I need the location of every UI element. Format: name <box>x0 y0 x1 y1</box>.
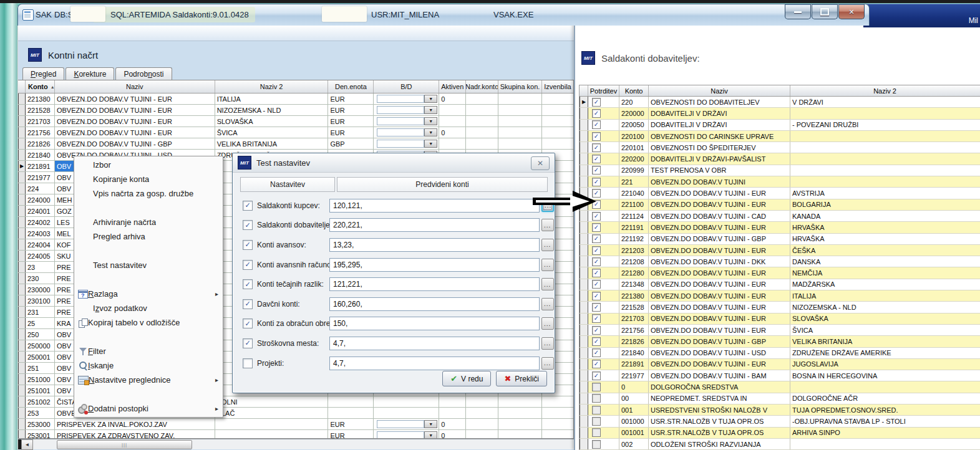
menubar-item[interactable] <box>92 31 105 36</box>
confirm-checkbox[interactable]: ✓ <box>592 178 601 186</box>
table-row[interactable]: ▶ ✓ 220000 DOBAVITELJI V DRŽAVI <box>580 108 980 119</box>
header-konto[interactable]: Konto▲ <box>26 80 55 93</box>
row-selector[interactable]: ▶ <box>18 408 26 418</box>
row-selector[interactable]: ▶ <box>580 302 588 312</box>
scrollbar-thumb[interactable]: ||| <box>57 440 192 449</box>
table-row[interactable]: ▶ ✓ 221124 OBVEZN.DO DOBAV.V TUJINI - CA… <box>580 211 980 222</box>
confirm-checkbox[interactable]: ✓ <box>592 417 601 426</box>
setting-checkbox[interactable]: ✓ <box>243 240 253 250</box>
row-selector[interactable]: ▶ <box>18 161 26 171</box>
table-row[interactable]: ▶ ✓ 221528 OBVEZN.DO DOBAV.V TUJINI - EU… <box>580 302 980 313</box>
setting-checkbox[interactable]: ✓ <box>243 338 253 348</box>
row-selector[interactable]: ▶ <box>580 267 588 278</box>
row-selector[interactable]: ▶ <box>580 405 588 415</box>
confirm-checkbox[interactable]: ✓ <box>592 246 601 255</box>
setting-checkbox[interactable]: ✓ <box>243 299 253 309</box>
table-row[interactable]: ▶ ✓ 001000 USR.STR.NALOŽB V TUJA OPR.OS … <box>580 416 980 427</box>
browse-button[interactable]: ... <box>541 357 554 370</box>
konti-input[interactable]: 220,221, <box>329 218 540 232</box>
row-selector[interactable]: ▶ <box>18 194 26 205</box>
header-den-enota[interactable]: Den.enota <box>328 80 374 93</box>
context-menu-item[interactable]: Nastavitve preglednice ▸ <box>74 373 223 387</box>
table-row[interactable]: ▶ ✓ 221380 OBVEZN.DO DOBAV.V TUJINI - EU… <box>580 290 980 302</box>
browse-button[interactable]: ... <box>541 239 554 251</box>
row-selector[interactable]: ▶ <box>18 150 26 160</box>
row-selector[interactable]: ▶ <box>580 314 588 324</box>
menubar-item[interactable] <box>105 31 119 36</box>
row-selector[interactable]: ▶ <box>580 142 588 153</box>
table-row[interactable]: ▶ 253000 PRISPEVEK ZA INVAL.POKOJ.ZAV EU… <box>18 419 573 430</box>
konti-input[interactable]: 13,23, <box>329 238 540 252</box>
menubar-item[interactable] <box>578 25 591 30</box>
row-selector[interactable]: ▶ <box>18 127 26 138</box>
table-row[interactable]: ▶ ✓ 221977 OBVEZN.DO DOBAV.V TUJINI - BA… <box>580 370 980 381</box>
confirm-checkbox[interactable]: ✓ <box>592 383 601 391</box>
table-row[interactable]: ▶ ✓ 001 USREDSTVENI STROŠKI NALOŽB V TUJ… <box>580 405 980 416</box>
horizontal-scrollbar[interactable]: ◄ ||| <box>18 439 574 449</box>
confirm-checkbox[interactable]: ✓ <box>592 348 601 357</box>
bd-dropdown-button[interactable]: ▼ <box>424 431 437 439</box>
setting-checkbox[interactable]: ✓ <box>243 318 253 328</box>
menubar-item[interactable] <box>37 31 51 36</box>
table-row[interactable]: ▶ 221380 OBVEZN.DO DOBAV.V TUJINI - EUR … <box>18 93 573 105</box>
setting-checkbox[interactable]: ✓ <box>243 279 253 289</box>
row-selector[interactable]: ▶ <box>580 131 588 141</box>
context-menu-item[interactable]: Vpis načrta za gosp. družbe ▸ <box>74 186 223 201</box>
row-selector[interactable]: ▶ <box>18 419 26 429</box>
confirm-checkbox[interactable]: ✓ <box>592 326 601 335</box>
confirm-checkbox[interactable]: ✓ <box>592 314 601 323</box>
konti-input[interactable]: 160,260, <box>329 297 540 311</box>
row-selector[interactable]: ▶ <box>18 295 26 306</box>
row-selector[interactable]: ▶ <box>580 108 588 118</box>
row-selector[interactable]: ▶ <box>18 318 26 328</box>
browse-button[interactable]: ... <box>541 337 554 350</box>
browse-button[interactable]: ... <box>541 298 554 310</box>
row-selector[interactable]: ▶ <box>580 279 588 290</box>
table-row[interactable]: ▶ 253001 PRISPEVEK ZA ZDRAVSTVENO ZAV. E… <box>18 430 573 439</box>
konti-input[interactable]: 195,295, <box>329 258 540 272</box>
header-naziv2[interactable]: Naziv 2 <box>215 80 329 93</box>
bd-input[interactable] <box>377 128 424 136</box>
menubar-item[interactable] <box>646 25 660 30</box>
browse-button[interactable]: ... <box>541 278 554 290</box>
header-potrditev[interactable]: Potrditev <box>588 85 619 96</box>
menubar-item[interactable] <box>591 25 605 30</box>
confirm-checkbox[interactable]: ✓ <box>592 223 601 232</box>
row-selector[interactable]: ▶ <box>18 363 26 373</box>
menubar-item[interactable] <box>23 31 37 36</box>
table-row[interactable]: ▶ ✓ 220200 DOBAVITELJI V DRŽAVI-PAVŠALIS… <box>580 153 980 165</box>
row-selector[interactable]: ▶ <box>580 439 588 449</box>
row-selector[interactable]: ▶ <box>580 176 588 187</box>
confirm-checkbox[interactable]: ✓ <box>592 303 601 312</box>
row-selector[interactable]: ▶ <box>580 370 588 381</box>
table-row[interactable]: ▶ ✓ 00 NEOPREDMET. SREDSTVA IN DOLGOROČN… <box>580 393 980 405</box>
context-menu-item[interactable]: Izbor ▸ <box>74 158 223 172</box>
confirm-checkbox[interactable]: ✓ <box>592 360 601 368</box>
menubar-item[interactable] <box>619 25 633 30</box>
context-menu-item[interactable]: Arhiviranje načrta ▸ <box>74 215 223 229</box>
context-menu-item[interactable]: Razlaga ▸ <box>74 287 223 301</box>
table-row[interactable]: ▶ ✓ 221280 OBVEZN.DO DOBAV.V TUJINI - EU… <box>580 267 980 279</box>
table-row[interactable]: ▶ ✓ 220 OBVEZNOSTI DO DOBAVITELJEV V DRŽ… <box>580 97 980 108</box>
table-row[interactable]: ▶ ✓ 220050 DOBAVITELJI V DRŽAVI - POVEZA… <box>580 120 980 131</box>
table-row[interactable]: ▶ ✓ 221191 OBVEZN.DO DOBAV.V TUJINI - EU… <box>580 222 980 233</box>
confirm-checkbox[interactable]: ✓ <box>592 234 601 243</box>
row-selector[interactable]: ▶ <box>580 153 588 164</box>
table-row[interactable]: ▶ ✓ 221040 OBVEZN.DO DOBAV.V TUJINI - EU… <box>580 188 980 199</box>
header-naziv[interactable]: Naziv <box>649 85 790 96</box>
menubar-item[interactable] <box>633 25 646 30</box>
confirm-checkbox[interactable]: ✓ <box>592 166 601 175</box>
table-row[interactable]: ▶ ✓ 221203 OBVEZN.DO DOBAV.V TUJINI - EU… <box>580 245 980 256</box>
menubar-item[interactable] <box>605 25 619 30</box>
confirm-checkbox[interactable]: ✓ <box>592 428 601 437</box>
table-row[interactable]: ▶ 221756 OBVEZN.DO DOBAV.V TUJINI - EUR … <box>18 127 573 138</box>
context-menu-item[interactable]: Filter ▸ <box>74 344 223 358</box>
close-button[interactable]: ✕ <box>838 4 865 19</box>
table-row[interactable]: ▶ ✓ 221192 OBVEZN.DO DOBAV.V TUJINI - GB… <box>580 234 980 245</box>
row-selector[interactable]: ▶ <box>18 430 26 439</box>
table-row[interactable]: ▶ ✓ 221100 OBVEZN.DO DOBAV.V TUJINI - EU… <box>580 199 980 211</box>
row-selector[interactable]: ▶ <box>18 116 26 127</box>
row-selector[interactable]: ▶ <box>580 245 588 256</box>
header-naziv[interactable]: Naziv <box>55 80 215 93</box>
row-selector[interactable]: ▶ <box>18 374 26 385</box>
